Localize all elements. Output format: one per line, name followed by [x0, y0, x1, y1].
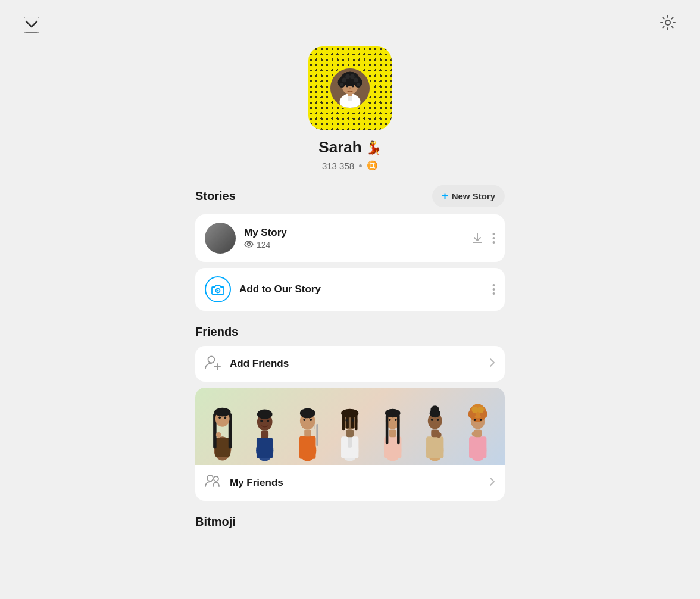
story-thumbnail	[205, 223, 236, 254]
add-story-left: Add to Our Story	[205, 276, 321, 302]
friends-section: Friends Add Friends	[195, 325, 505, 501]
svg-point-20	[348, 91, 352, 92]
svg-point-30	[208, 357, 215, 363]
settings-button[interactable]	[660, 14, 676, 35]
svg-point-97	[473, 419, 476, 421]
story-actions	[471, 232, 495, 245]
svg-rect-52	[304, 429, 311, 436]
my-friends-row[interactable]: My Friends	[195, 465, 505, 501]
svg-rect-71	[389, 429, 396, 437]
add-story-more-button[interactable]	[492, 283, 495, 295]
svg-point-23	[493, 237, 495, 239]
view-count: 124	[257, 240, 270, 249]
svg-point-38	[218, 416, 221, 419]
add-friends-left: Add Friends	[205, 354, 289, 373]
svg-point-26	[217, 290, 219, 292]
svg-point-13	[350, 74, 355, 79]
stories-section: Stories + New Story My Story	[195, 185, 505, 311]
bitmoji-row	[195, 400, 505, 465]
avatar	[329, 67, 371, 110]
main-content: Stories + New Story My Story	[183, 185, 517, 529]
svg-point-28	[493, 288, 495, 291]
add-friends-text: Add Friends	[230, 358, 289, 370]
svg-point-83	[431, 405, 440, 414]
plus-icon: +	[442, 190, 448, 202]
snapcode[interactable]	[308, 46, 392, 130]
svg-rect-62	[342, 414, 345, 430]
svg-point-46	[267, 420, 270, 422]
svg-rect-88	[469, 436, 486, 458]
friends-title: Friends	[195, 325, 238, 339]
add-friends-card[interactable]: Add Friends	[195, 346, 505, 382]
username-text: Sarah	[318, 138, 361, 157]
friends-header: Friends	[195, 325, 505, 339]
my-friends-left: My Friends	[205, 473, 283, 492]
svg-point-18	[351, 85, 354, 88]
svg-point-39	[224, 416, 226, 419]
add-story-text: Add to Our Story	[239, 283, 321, 295]
camera-icon-container	[205, 276, 231, 302]
svg-point-0	[665, 20, 670, 25]
my-story-card[interactable]: My Story 124	[195, 214, 505, 262]
username-emoji: 💃	[365, 140, 382, 155]
svg-point-24	[493, 241, 495, 244]
svg-rect-65	[355, 414, 358, 430]
svg-point-77	[395, 419, 397, 421]
story-thumb-inner	[205, 223, 236, 254]
my-story-title: My Story	[244, 227, 287, 239]
svg-rect-50	[314, 424, 315, 429]
stories-title: Stories	[195, 189, 236, 203]
svg-point-99	[471, 431, 477, 436]
new-story-button[interactable]: + New Story	[432, 185, 505, 207]
svg-rect-51	[317, 424, 318, 429]
svg-point-101	[214, 476, 218, 481]
svg-point-15	[340, 83, 344, 86]
svg-point-76	[389, 419, 391, 421]
svg-point-17	[346, 85, 349, 88]
collapse-button[interactable]	[24, 17, 39, 33]
svg-rect-42	[261, 430, 269, 438]
story-more-button[interactable]	[492, 232, 495, 244]
score-separator	[359, 164, 362, 167]
new-story-label: New Story	[452, 191, 495, 201]
svg-point-21	[248, 242, 251, 245]
bitmoji-header: Bitmoji	[195, 515, 505, 529]
svg-rect-73	[386, 414, 389, 444]
svg-rect-60	[346, 429, 354, 437]
svg-rect-41	[257, 438, 273, 458]
svg-point-66	[341, 409, 358, 418]
add-story-card[interactable]: Add to Our Story	[195, 268, 505, 311]
svg-point-100	[207, 475, 213, 481]
my-friends-icon	[205, 473, 221, 492]
svg-point-19	[349, 88, 351, 89]
svg-point-11	[342, 78, 346, 83]
top-bar	[0, 0, 700, 40]
svg-point-55	[303, 419, 305, 421]
svg-point-67	[345, 419, 348, 422]
svg-rect-48	[299, 436, 315, 458]
svg-point-56	[310, 419, 312, 421]
profile-section: Sarah 💃 313 358 ♊	[0, 40, 700, 185]
svg-rect-32	[215, 438, 230, 457]
svg-point-85	[437, 419, 439, 421]
svg-point-68	[352, 419, 354, 422]
my-friends-chevron	[489, 477, 495, 489]
svg-point-45	[261, 420, 263, 422]
svg-point-98	[479, 419, 482, 421]
svg-rect-74	[397, 414, 400, 444]
svg-point-54	[300, 408, 315, 418]
snap-score-value: 313 358	[322, 161, 354, 171]
my-friends-text: My Friends	[230, 477, 283, 489]
svg-point-96	[477, 407, 483, 413]
story-info: My Story 124	[244, 227, 287, 249]
svg-point-16	[357, 83, 360, 86]
my-story-left: My Story 124	[205, 223, 287, 254]
add-friends-chevron	[489, 358, 495, 370]
download-button[interactable]	[471, 232, 484, 245]
username: Sarah 💃	[318, 138, 381, 157]
friends-bitmoji-card[interactable]: My Friends	[195, 388, 505, 501]
svg-point-84	[431, 419, 433, 421]
svg-point-44	[257, 410, 273, 419]
svg-rect-79	[426, 436, 443, 458]
bitmoji-banner	[195, 388, 505, 465]
